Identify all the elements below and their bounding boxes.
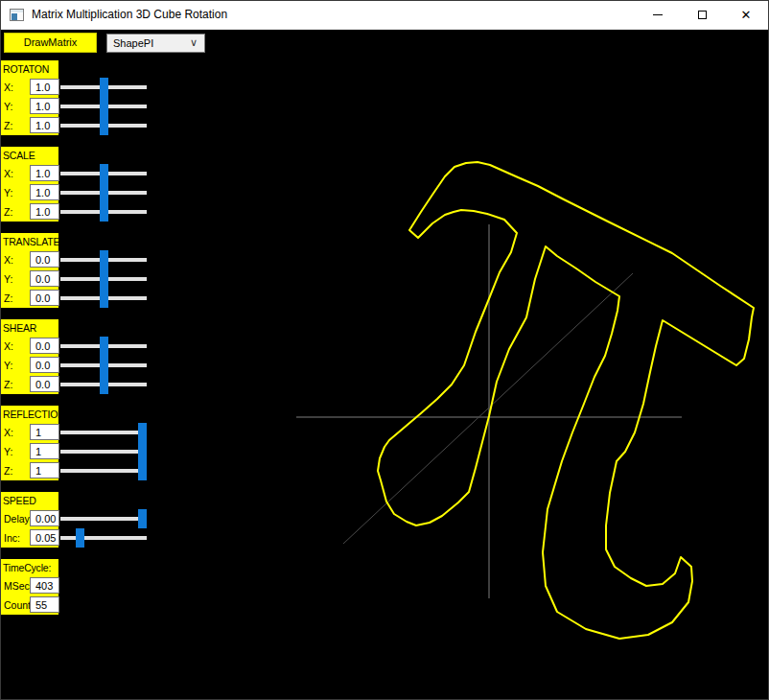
- row-label: X:: [4, 164, 13, 183]
- app-icon: [10, 9, 24, 21]
- scale-y-slider[interactable]: [60, 183, 147, 202]
- row-timecycle-count: Count: [1, 595, 154, 615]
- maximize-icon: [698, 11, 707, 19]
- row-speed-delay: Delay:: [1, 509, 154, 528]
- slider-thumb[interactable]: [100, 116, 108, 135]
- slider-thumb[interactable]: [100, 183, 108, 202]
- timecycle-count-input[interactable]: [30, 596, 59, 613]
- rotaton-y-slider[interactable]: [60, 97, 147, 116]
- app-icon-titlestrip: [11, 10, 23, 12]
- reflection-y-input[interactable]: [30, 443, 59, 459]
- row-translate-y: Y:: [1, 269, 154, 289]
- slider-track: [60, 536, 147, 540]
- row-rotaton-y: Y:: [1, 97, 154, 116]
- scale-x-slider[interactable]: [60, 164, 147, 183]
- slider-thumb[interactable]: [100, 337, 108, 356]
- reflection-x-slider[interactable]: [60, 423, 147, 442]
- minimize-button[interactable]: [636, 1, 680, 29]
- slider-track: [60, 450, 147, 454]
- shear-x-input[interactable]: [30, 338, 59, 354]
- slider-thumb[interactable]: [138, 423, 147, 442]
- slider-thumb[interactable]: [100, 356, 108, 375]
- slider-thumb[interactable]: [138, 509, 147, 528]
- slider-thumb[interactable]: [100, 78, 108, 97]
- slider-thumb[interactable]: [100, 250, 108, 269]
- scale-z-input[interactable]: [30, 203, 59, 220]
- scale-x-input[interactable]: [30, 165, 59, 181]
- row-shear-x: X:: [1, 337, 154, 356]
- shear-y-slider[interactable]: [60, 356, 147, 375]
- translate-z-input[interactable]: [30, 290, 59, 306]
- slider-track: [60, 431, 147, 434]
- row-label: X:: [4, 423, 13, 442]
- speed-inc-slider[interactable]: [60, 528, 147, 548]
- slider-thumb[interactable]: [100, 269, 108, 289]
- row-reflection-y: Y:: [1, 442, 154, 461]
- section-timecycle: TimeCycle:MSec:Count: [1, 559, 58, 615]
- section-title-translate: TRANSLATE: [1, 233, 58, 250]
- row-label: Z:: [4, 461, 12, 480]
- translate-z-slider[interactable]: [60, 289, 147, 308]
- app-window: Matrix Multiplication 3D Cube Rotation ✕…: [0, 0, 769, 700]
- row-label: Y:: [4, 442, 12, 461]
- translate-y-input[interactable]: [30, 270, 59, 287]
- row-shear-z: Z:: [1, 375, 154, 394]
- section-speed: SPEEDDelay:Inc:: [1, 492, 58, 548]
- reflection-z-input[interactable]: [30, 462, 59, 478]
- row-label: X:: [4, 250, 13, 269]
- speed-delay-slider[interactable]: [60, 509, 147, 528]
- slider-thumb[interactable]: [100, 202, 108, 222]
- chevron-down-icon: ∨: [190, 34, 198, 51]
- row-label: Y:: [4, 269, 12, 289]
- draw-matrix-button[interactable]: DrawMatrix: [4, 33, 97, 53]
- slider-thumb[interactable]: [100, 164, 108, 183]
- row-reflection-z: Z:: [1, 461, 154, 480]
- speed-inc-input[interactable]: [30, 529, 59, 546]
- row-label: MSec:: [4, 576, 33, 595]
- close-button[interactable]: ✕: [724, 1, 768, 29]
- shape-dropdown[interactable]: ShapePI ∨: [106, 34, 205, 53]
- shear-x-slider[interactable]: [60, 337, 147, 356]
- row-label: Y:: [4, 356, 12, 375]
- close-icon: ✕: [741, 9, 752, 21]
- slider-thumb[interactable]: [76, 528, 84, 548]
- row-scale-z: Z:: [1, 202, 154, 222]
- scale-z-slider[interactable]: [60, 202, 147, 222]
- maximize-button[interactable]: [680, 1, 724, 29]
- reflection-y-slider[interactable]: [60, 442, 147, 461]
- rotaton-y-input[interactable]: [30, 98, 59, 114]
- timecycle-msec-input[interactable]: [30, 577, 59, 594]
- reflection-x-input[interactable]: [30, 424, 59, 440]
- pi-shape-outline: [378, 162, 754, 639]
- slider-thumb[interactable]: [138, 461, 147, 480]
- reflection-z-slider[interactable]: [60, 461, 147, 480]
- rotaton-z-slider[interactable]: [60, 116, 147, 135]
- slider-thumb[interactable]: [138, 442, 147, 461]
- shear-z-slider[interactable]: [60, 375, 147, 394]
- rotaton-x-slider[interactable]: [60, 78, 147, 97]
- row-translate-x: X:: [1, 250, 154, 269]
- titlebar: Matrix Multiplication 3D Cube Rotation ✕: [1, 1, 768, 30]
- slider-thumb[interactable]: [100, 97, 108, 116]
- slider-track: [60, 469, 147, 473]
- shear-y-input[interactable]: [30, 357, 59, 373]
- slider-thumb[interactable]: [100, 289, 108, 308]
- rotaton-z-input[interactable]: [30, 117, 59, 133]
- translate-y-slider[interactable]: [60, 269, 147, 289]
- slider-thumb[interactable]: [100, 375, 108, 394]
- section-title-shear: SHEAR: [1, 319, 58, 337]
- translate-x-input[interactable]: [30, 251, 59, 268]
- app-icon-left-pane: [12, 13, 17, 20]
- rotaton-x-input[interactable]: [30, 79, 59, 95]
- row-label: Y:: [4, 183, 12, 202]
- row-label: Inc:: [4, 528, 20, 548]
- speed-delay-input[interactable]: [30, 510, 59, 526]
- row-reflection-x: X:: [1, 423, 154, 442]
- row-rotaton-z: Z:: [1, 116, 154, 135]
- minimize-icon: [653, 14, 663, 15]
- translate-x-slider[interactable]: [60, 250, 147, 269]
- row-label: Z:: [4, 289, 12, 308]
- scale-y-input[interactable]: [30, 184, 59, 200]
- shear-z-input[interactable]: [30, 376, 59, 392]
- app-icon-right-pane: [18, 13, 23, 20]
